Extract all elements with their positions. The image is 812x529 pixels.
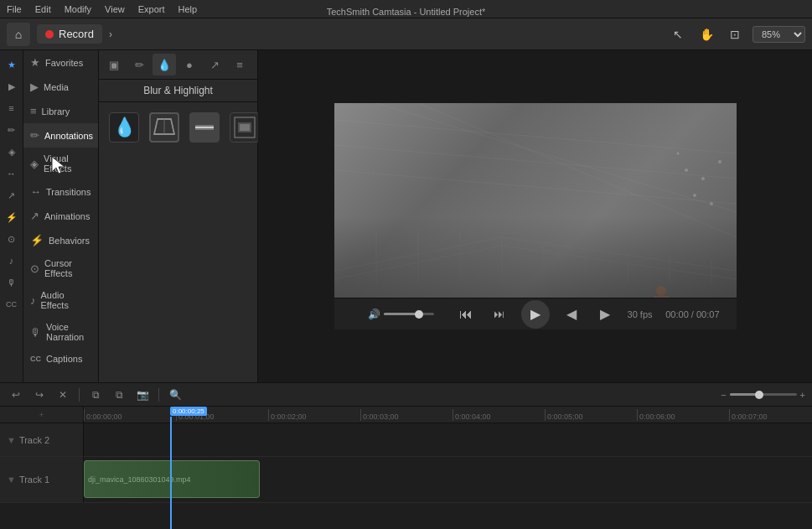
effects-tabs: ▣ ✏ 💧 ● ↗ ≡: [99, 50, 257, 80]
svg-line-3: [171, 119, 174, 134]
search-button[interactable]: 🔍: [166, 386, 184, 404]
panel-item-audio-effects[interactable]: ♪ Audio Effects: [23, 284, 98, 316]
menu-file[interactable]: File: [7, 4, 22, 14]
timeline-toolbar: ↩ ↪ ✕ ⧉ ⧉ 📷 🔍 − +: [0, 383, 812, 407]
sidebar-icon-audio-effects[interactable]: ♪: [3, 252, 21, 270]
sidebar-icon-transitions[interactable]: ↔: [3, 164, 21, 183]
svg-line-2: [154, 119, 158, 134]
timeline-scrollable[interactable]: 0:00:00;25 0:00:00;00 0:00:01;00 0:00:02…: [84, 407, 812, 529]
sidebar-icon-library[interactable]: ≡: [3, 99, 21, 117]
step-back-button[interactable]: ⏭: [488, 303, 511, 326]
menu-edit[interactable]: Edit: [35, 4, 51, 14]
video-background: [334, 103, 737, 329]
time-display: 00:00 / 00:07: [665, 309, 719, 319]
sidebar-icon-annotations[interactable]: ✏: [3, 121, 21, 139]
volume-track[interactable]: [384, 313, 434, 315]
panel-item-behaviors[interactable]: ⚡ Behaviors: [23, 228, 98, 252]
snapshot-button[interactable]: 📷: [133, 386, 152, 404]
track-2-collapse-icon[interactable]: ▼: [7, 435, 16, 445]
playback-controls: 🔊 ⏮ ⏭ ▶ ◀ ▶ 30 fps 00:00 / 00:07: [334, 298, 737, 329]
zoom-track[interactable]: [730, 393, 797, 396]
menu-modify[interactable]: Modify: [65, 4, 91, 14]
cursor-effects-label: Cursor Effects: [44, 258, 91, 278]
zoom-minus-icon[interactable]: −: [721, 390, 726, 400]
zoom-plus-icon[interactable]: +: [800, 390, 805, 400]
effect-tab-blur[interactable]: 💧: [153, 54, 176, 75]
cursor-tool-button[interactable]: ↖: [667, 23, 689, 45]
forward-icon[interactable]: ›: [109, 29, 112, 40]
sidebar-icon-favorites[interactable]: ★: [3, 55, 21, 74]
add-track-button[interactable]: +: [39, 411, 44, 419]
panel-item-annotations[interactable]: ✏ Annotations: [23, 123, 98, 148]
sidebar-icon-captions[interactable]: CC: [3, 295, 21, 314]
track-2-label: ▼ Track 2: [0, 423, 84, 457]
panel-item-favorites[interactable]: ★ Favorites: [23, 50, 98, 75]
playhead[interactable]: [170, 407, 172, 529]
sidebar-icon-visual-effects[interactable]: ◈: [3, 143, 21, 161]
volume-fill: [384, 313, 416, 315]
visual-effects-icon: ◈: [30, 158, 39, 170]
total-time: 00:07: [696, 309, 720, 319]
panel-item-library[interactable]: ≡ Library: [23, 99, 98, 123]
panel-item-media[interactable]: ▶ Media: [23, 75, 98, 99]
clip-label: dji_mavica_10860301049.mp4: [88, 475, 191, 484]
sidebar-icon-media[interactable]: ▶: [3, 77, 21, 96]
delete-button[interactable]: ✕: [54, 386, 72, 404]
effect-highlight[interactable]: [186, 109, 223, 146]
highlight-thumb: [189, 112, 220, 143]
panel-item-voice-narration[interactable]: 🎙 Voice Narration: [23, 316, 98, 348]
menu-view[interactable]: View: [105, 4, 125, 14]
record-dot-icon: [45, 30, 54, 39]
hand-tool-button[interactable]: ✋: [696, 23, 717, 45]
effect-spotlight[interactable]: [146, 109, 183, 146]
undo-button[interactable]: ↩: [7, 386, 25, 404]
sidebar-icon-cursor-effects[interactable]: ⊙: [3, 230, 21, 248]
copy-button[interactable]: ⧉: [110, 386, 128, 404]
panel-item-captions[interactable]: CC Captions: [23, 348, 98, 370]
effect-tab-text[interactable]: ≡: [228, 54, 251, 75]
record-button[interactable]: Record: [37, 24, 102, 44]
effect-tab-media[interactable]: ▣: [102, 54, 126, 75]
track-2-content[interactable]: [84, 423, 812, 457]
zoom-thumb[interactable]: [755, 391, 763, 399]
panel-item-transitions[interactable]: ↔ Transitions: [23, 179, 98, 204]
timeline-area: ↩ ↪ ✕ ⧉ ⧉ 📷 🔍 − + +: [0, 382, 812, 529]
cursor-effects-icon: ⊙: [30, 262, 39, 275]
fps-display: 30 fps: [628, 309, 653, 319]
ruler-label-spacer: +: [0, 407, 84, 423]
split-button[interactable]: ⧉: [86, 386, 105, 404]
crop-tool-button[interactable]: ⊡: [724, 23, 746, 45]
transitions-icon: ↔: [30, 185, 41, 198]
app-title: TechSmith Camtasia - Untitled Project*: [327, 3, 486, 21]
track-1-clip-0[interactable]: dji_mavica_10860301049.mp4: [84, 460, 260, 498]
ruler-mark-5: 0:00:05;00: [545, 409, 637, 421]
sidebar-icon-voice-narration[interactable]: 🎙: [3, 273, 21, 292]
svg-point-32: [693, 194, 696, 197]
next-frame-button[interactable]: ▶: [593, 303, 617, 326]
prev-frame-button[interactable]: ◀: [560, 303, 583, 326]
effect-tab-arrow[interactable]: ↗: [203, 54, 226, 75]
sidebar-icon-animations[interactable]: ↗: [3, 186, 21, 205]
effect-tab-pen[interactable]: ✏: [127, 54, 151, 75]
track-1-collapse-icon[interactable]: ▼: [7, 475, 16, 485]
redo-button[interactable]: ↪: [30, 386, 49, 404]
volume-slider[interactable]: 🔊: [368, 309, 434, 320]
home-button[interactable]: ⌂: [7, 23, 30, 46]
track-1-content[interactable]: dji_mavica_10860301049.mp4: [84, 457, 812, 503]
panel-item-animations[interactable]: ↗ Animations: [23, 204, 98, 228]
svg-point-34: [676, 153, 679, 155]
sidebar-icons: ★ ▶ ≡ ✏ ◈ ↔ ↗ ⚡ ⊙ ♪ 🎙 CC: [0, 50, 23, 382]
skip-to-start-button[interactable]: ⏮: [454, 303, 478, 326]
panel-item-visual-effects[interactable]: ◈ Visual Effects: [23, 148, 98, 179]
menu-export[interactable]: Export: [138, 4, 165, 14]
panel-item-cursor-effects[interactable]: ⊙ Cursor Effects: [23, 252, 98, 284]
effect-tab-circle[interactable]: ●: [178, 54, 201, 75]
play-button[interactable]: ▶: [521, 300, 550, 329]
library-icon: ≡: [30, 105, 37, 117]
track-1-label: ▼ Track 1: [0, 457, 84, 503]
sidebar-icon-behaviors[interactable]: ⚡: [3, 208, 21, 226]
effect-blur[interactable]: 💧: [106, 109, 142, 146]
menu-help[interactable]: Help: [178, 4, 198, 14]
volume-thumb[interactable]: [415, 310, 423, 319]
zoom-selector[interactable]: 85% 50% 75% 100% 125% 150%: [753, 26, 805, 43]
